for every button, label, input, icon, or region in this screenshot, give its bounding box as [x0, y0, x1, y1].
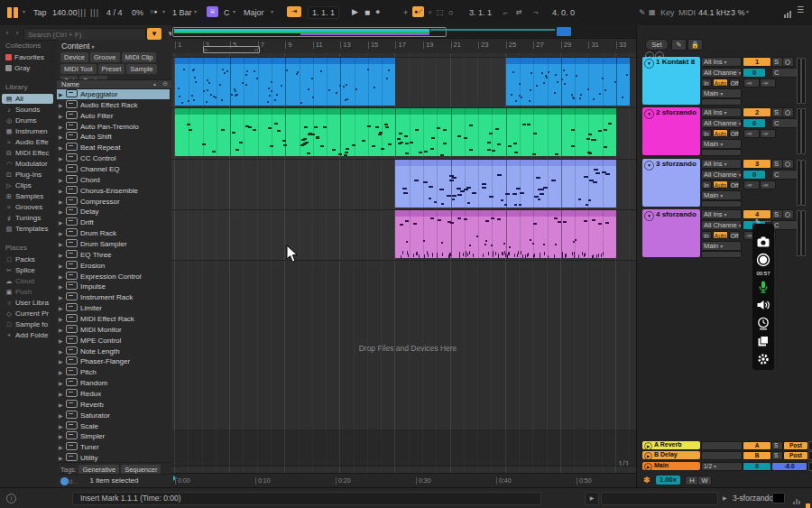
- device-row[interactable]: ▶Audio Effect Rack: [57, 100, 170, 110]
- input-routing-chooser[interactable]: All Ins▾: [701, 159, 742, 169]
- device-row[interactable]: ▶EQ Three: [57, 250, 170, 260]
- expand-arrow-icon[interactable]: ▶: [59, 443, 66, 453]
- clip-color-swatch[interactable]: [772, 493, 785, 503]
- sidebar-item-current-pr[interactable]: ◇Current Pr: [2, 309, 53, 319]
- volume-field[interactable]: 0: [743, 462, 771, 471]
- zoom-width-button[interactable]: W: [697, 476, 712, 485]
- browser-forward-icon[interactable]: ›: [13, 28, 22, 39]
- expand-arrow-icon[interactable]: ▶: [59, 368, 66, 378]
- loop-brace[interactable]: ▷◁: [203, 46, 260, 53]
- input-routing-chooser[interactable]: All Ins▾: [701, 107, 742, 117]
- expand-arrow-icon[interactable]: ▶: [59, 282, 66, 292]
- device-row[interactable]: ▶MPE Control: [57, 336, 170, 346]
- sidebar-item-modulator[interactable]: ◠Modulator: [2, 159, 53, 169]
- pan-field[interactable]: C: [771, 68, 798, 78]
- menu-hamburger-icon[interactable]: ☰: [797, 5, 804, 14]
- scale-root-field[interactable]: C: [224, 8, 230, 17]
- sidebar-item-plug-ins[interactable]: ⊡Plug-Ins: [2, 170, 53, 180]
- status-play-icon[interactable]: ▶: [585, 492, 599, 505]
- loop-switch-icon[interactable]: ⇄: [516, 8, 522, 16]
- output-routing-chooser[interactable]: Main▾: [701, 139, 742, 149]
- device-row[interactable]: ▶Expression Control: [57, 272, 170, 282]
- loop-start-marker[interactable]: ▷: [205, 47, 208, 52]
- device-row[interactable]: ▶MIDI Monitor: [57, 325, 170, 335]
- monitor-off-button[interactable]: Off: [729, 129, 740, 137]
- track-activator-button[interactable]: B: [743, 451, 771, 460]
- expand-arrow-icon[interactable]: ▶: [59, 123, 66, 133]
- sidebar-item-packs[interactable]: □Packs: [2, 254, 53, 264]
- solo-button[interactable]: S: [771, 451, 783, 460]
- device-row[interactable]: ▶Drift: [57, 217, 170, 227]
- send-a-field[interactable]: -∞: [743, 129, 760, 138]
- device-row[interactable]: ▶Pitch: [57, 367, 170, 377]
- track-header[interactable]: ▾1 Kontakt 8All Ins▾All Channe▾InAutoOff…: [637, 57, 812, 106]
- midi-scale-icon[interactable]: ⌸: [207, 6, 218, 17]
- overview-playhead-box[interactable]: [557, 27, 571, 36]
- device-row[interactable]: ▶Delay: [57, 207, 170, 217]
- timer-icon[interactable]: [756, 316, 770, 330]
- metronome-icon[interactable]: |||: [78, 8, 87, 17]
- volume-field[interactable]: 0: [743, 118, 766, 128]
- logo-menu-caret[interactable]: ▾: [23, 8, 25, 14]
- send-a-field[interactable]: -∞: [743, 79, 760, 88]
- track-activator-button[interactable]: 2: [743, 107, 771, 117]
- expand-arrow-icon[interactable]: ▶: [59, 326, 66, 336]
- expand-arrow-icon[interactable]: ▶: [59, 411, 66, 421]
- device-row[interactable]: ▶Scale: [57, 421, 170, 431]
- microphone-icon[interactable]: [756, 280, 770, 294]
- scale-name-field[interactable]: Major: [244, 8, 264, 17]
- input-channel-chooser[interactable]: All Channe▾: [701, 118, 742, 128]
- track-header[interactable]: ▾4 sforzandoAll Ins▾All Channe▾InAutoOff…: [637, 209, 812, 258]
- sidebar-item-clips[interactable]: ▷Clips: [2, 180, 53, 190]
- filter-chip-midi-tool[interactable]: MIDI Tool: [60, 64, 97, 74]
- browser-back-icon[interactable]: ‹: [3, 28, 12, 39]
- live-logo[interactable]: [7, 7, 20, 20]
- arm-button[interactable]: [782, 159, 794, 169]
- input-channel-chooser[interactable]: All Channe▾: [701, 220, 742, 230]
- expand-arrow-icon[interactable]: ▶: [59, 293, 66, 303]
- track-name-box[interactable]: ▾3 sforzando: [642, 159, 700, 207]
- sidebar-item-midi-effec[interactable]: ⊟MIDI Effec: [2, 148, 53, 158]
- track-header[interactable]: ▾3 sforzandoAll Ins▾All Channe▾InAutoOff…: [637, 159, 812, 208]
- device-row[interactable]: ▶Compressor: [57, 197, 170, 207]
- sidebar-item-favorites[interactable]: Favorites: [2, 52, 53, 62]
- sidebar-item-splice[interactable]: ✂Splice: [2, 265, 53, 275]
- pan-field[interactable]: C: [771, 118, 798, 128]
- track-delay-field[interactable]: [701, 251, 742, 258]
- monitor-in-button[interactable]: In: [701, 180, 712, 189]
- crossfade-chooser[interactable]: 1/2▾: [701, 462, 743, 471]
- sidebar-item-tunings[interactable]: ♯Tunings: [2, 213, 53, 223]
- arm-button[interactable]: [782, 209, 794, 219]
- expand-arrow-icon[interactable]: ▶: [59, 347, 66, 357]
- monitor-off-button[interactable]: Off: [729, 180, 740, 189]
- pan-field[interactable]: C: [771, 170, 798, 180]
- record-stop-icon[interactable]: [756, 253, 770, 267]
- input-routing-chooser[interactable]: All Ins▾: [701, 57, 742, 67]
- expand-arrow-icon[interactable]: ▶: [59, 101, 66, 111]
- loop-end-marker[interactable]: ◁: [254, 47, 258, 52]
- device-row[interactable]: ▶Saturator: [57, 411, 170, 420]
- time-ruler[interactable]: 0:000:100:200:300:400:50: [171, 473, 636, 488]
- track-delay-field[interactable]: [701, 149, 742, 156]
- quantize-menu-icon[interactable]: ○●: [150, 8, 157, 14]
- scale-root-caret[interactable]: ▾: [233, 8, 235, 14]
- return-empty-field[interactable]: [701, 441, 743, 450]
- content-header[interactable]: Content▾: [61, 42, 95, 51]
- track-activator-button[interactable]: 1: [743, 57, 771, 67]
- expand-arrow-icon[interactable]: ▶: [59, 187, 66, 197]
- expand-arrow-icon[interactable]: ▶: [59, 112, 66, 122]
- time-signature-field[interactable]: 4 / 4: [106, 8, 123, 17]
- expand-arrow-icon[interactable]: ▶: [59, 304, 66, 314]
- camera-icon[interactable]: [756, 235, 770, 249]
- sidebar-item-user-libra[interactable]: ○User Libra: [2, 298, 53, 308]
- send-a-field[interactable]: -∞: [743, 180, 760, 189]
- midi-clip[interactable]: [175, 108, 616, 156]
- send-b-field[interactable]: -∞: [760, 180, 776, 189]
- capture-icon[interactable]: +: [428, 8, 432, 17]
- cpu-load-field[interactable]: 3 %: [731, 8, 745, 17]
- draw-mode-icon[interactable]: ✎: [639, 8, 646, 17]
- track-fold-icon[interactable]: ▶: [644, 463, 652, 470]
- expand-arrow-icon[interactable]: ▶: [59, 379, 66, 389]
- device-row[interactable]: ▶Channel EQ: [57, 164, 170, 174]
- groove-amount-field[interactable]: 0%: [132, 8, 143, 17]
